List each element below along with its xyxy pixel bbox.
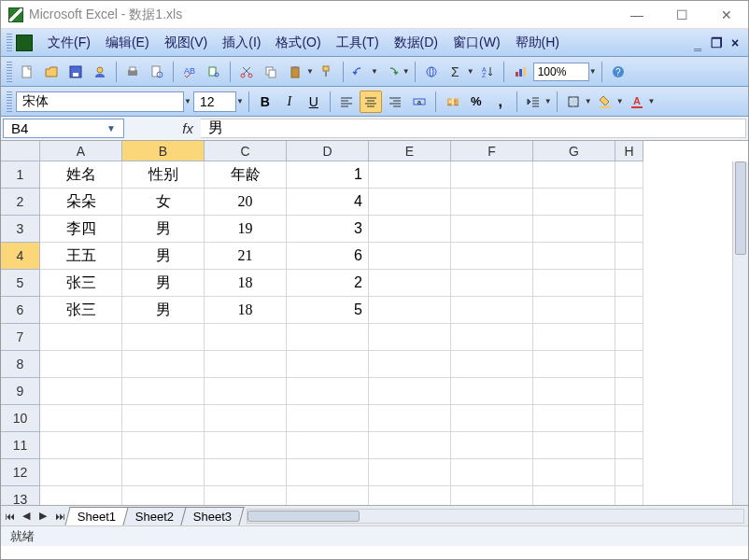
menu-grip[interactable] bbox=[7, 34, 12, 52]
cell-H6[interactable] bbox=[615, 297, 643, 324]
cell-H3[interactable] bbox=[615, 216, 643, 243]
cell-D13[interactable] bbox=[287, 486, 369, 505]
cell-H12[interactable] bbox=[615, 459, 643, 486]
save-button[interactable] bbox=[64, 61, 87, 83]
cell-A6[interactable]: 张三 bbox=[40, 297, 122, 324]
row-header-7[interactable]: 7 bbox=[1, 324, 40, 351]
col-header-H[interactable]: H bbox=[615, 141, 643, 161]
cell-C5[interactable]: 18 bbox=[205, 270, 287, 297]
align-left-button[interactable] bbox=[335, 91, 358, 113]
cell-A5[interactable]: 张三 bbox=[40, 270, 122, 297]
cell-D4[interactable]: 6 bbox=[287, 243, 369, 270]
bold-button[interactable]: B bbox=[254, 91, 276, 113]
cell-B8[interactable] bbox=[122, 351, 205, 378]
decrease-indent-button[interactable] bbox=[522, 91, 544, 113]
cell-E8[interactable] bbox=[369, 351, 451, 378]
col-header-F[interactable]: F bbox=[451, 141, 533, 161]
tab-nav-next[interactable]: ▶ bbox=[35, 510, 51, 522]
cell-B3[interactable]: 男 bbox=[122, 216, 205, 243]
font-name-combo[interactable]: 宋体 bbox=[16, 91, 184, 112]
research-button[interactable] bbox=[203, 61, 225, 83]
cell-E13[interactable] bbox=[369, 486, 451, 505]
cell-F8[interactable] bbox=[451, 351, 533, 378]
cell-G1[interactable] bbox=[533, 161, 615, 189]
zoom-combo[interactable]: 100% bbox=[533, 63, 589, 81]
cell-B9[interactable] bbox=[122, 378, 205, 405]
cell-F5[interactable] bbox=[451, 270, 533, 297]
sort-asc-button[interactable]: AZ bbox=[476, 61, 499, 83]
menu-file[interactable]: 文件(F) bbox=[40, 32, 98, 54]
spreadsheet-grid[interactable]: ABCDEFGH1姓名性别年龄12朵朵女2043李四男1934王五男2165张三… bbox=[1, 141, 748, 505]
cell-B12[interactable] bbox=[122, 459, 205, 486]
align-right-button[interactable] bbox=[384, 91, 406, 113]
cell-H9[interactable] bbox=[615, 378, 643, 405]
cell-C1[interactable]: 年龄 bbox=[205, 161, 287, 189]
cell-F7[interactable] bbox=[451, 324, 533, 351]
row-header-3[interactable]: 3 bbox=[1, 216, 40, 243]
menu-tools[interactable]: 工具(T) bbox=[329, 32, 387, 54]
cell-C8[interactable] bbox=[205, 351, 287, 378]
redo-dropdown[interactable]: ▼ bbox=[403, 67, 410, 76]
fx-label[interactable]: fx bbox=[126, 117, 201, 140]
cell-A2[interactable]: 朵朵 bbox=[40, 189, 122, 216]
cell-F11[interactable] bbox=[451, 432, 533, 459]
cell-H2[interactable] bbox=[615, 189, 643, 216]
cell-A4[interactable]: 王五 bbox=[40, 243, 122, 270]
fill-color-button[interactable] bbox=[594, 91, 616, 113]
cell-G5[interactable] bbox=[533, 270, 615, 297]
paste-dropdown[interactable]: ▼ bbox=[306, 67, 314, 76]
cell-G12[interactable] bbox=[533, 459, 615, 486]
cell-B7[interactable] bbox=[122, 324, 205, 351]
cell-G6[interactable] bbox=[533, 297, 615, 324]
sheet-tab-3[interactable]: Sheet3 bbox=[181, 507, 246, 525]
col-header-B[interactable]: B bbox=[122, 141, 205, 161]
cell-A11[interactable] bbox=[40, 432, 122, 459]
cell-C6[interactable]: 18 bbox=[205, 297, 287, 324]
indent-dropdown[interactable]: ▼ bbox=[544, 97, 552, 105]
print-button[interactable] bbox=[121, 61, 144, 83]
menu-view[interactable]: 视图(V) bbox=[157, 32, 216, 54]
cell-A1[interactable]: 姓名 bbox=[40, 161, 122, 189]
cell-A7[interactable] bbox=[40, 324, 122, 351]
cell-G9[interactable] bbox=[533, 378, 615, 405]
cell-B4[interactable]: 男 bbox=[122, 243, 205, 270]
select-all-corner[interactable] bbox=[1, 141, 40, 161]
hscroll-thumb[interactable] bbox=[247, 511, 360, 522]
cell-C10[interactable] bbox=[205, 405, 287, 432]
row-header-11[interactable]: 11 bbox=[1, 432, 40, 459]
cell-G13[interactable] bbox=[533, 486, 615, 505]
cell-E9[interactable] bbox=[369, 378, 451, 405]
row-header-13[interactable]: 13 bbox=[1, 486, 40, 505]
cell-G2[interactable] bbox=[533, 189, 615, 216]
doc-restore-button[interactable]: ❐ bbox=[709, 35, 724, 50]
permission-button[interactable] bbox=[89, 61, 111, 83]
cell-A9[interactable] bbox=[40, 378, 122, 405]
cell-G4[interactable] bbox=[533, 243, 615, 270]
col-header-D[interactable]: D bbox=[287, 141, 369, 161]
cell-F13[interactable] bbox=[451, 486, 533, 505]
cell-D1[interactable]: 1 bbox=[287, 161, 369, 189]
cell-D6[interactable]: 5 bbox=[287, 297, 369, 324]
copy-button[interactable] bbox=[260, 61, 282, 83]
font-color-button[interactable]: A bbox=[626, 91, 648, 113]
cell-F3[interactable] bbox=[451, 216, 533, 243]
new-button[interactable] bbox=[16, 61, 38, 83]
cell-C13[interactable] bbox=[205, 486, 287, 505]
autosum-dropdown[interactable]: ▼ bbox=[467, 67, 474, 76]
cell-H8[interactable] bbox=[615, 351, 643, 378]
cell-F9[interactable] bbox=[451, 378, 533, 405]
cell-F1[interactable] bbox=[451, 161, 533, 189]
menu-edit[interactable]: 编辑(E) bbox=[98, 32, 157, 54]
cell-H4[interactable] bbox=[615, 243, 643, 270]
chart-button[interactable] bbox=[509, 61, 531, 83]
comma-button[interactable]: , bbox=[489, 91, 512, 113]
cell-H11[interactable] bbox=[615, 432, 643, 459]
borders-button[interactable] bbox=[562, 91, 585, 113]
tab-nav-prev[interactable]: ◀ bbox=[18, 510, 35, 522]
sheet-tab-2[interactable]: Sheet2 bbox=[123, 507, 188, 525]
undo-dropdown[interactable]: ▼ bbox=[371, 67, 378, 76]
cell-E2[interactable] bbox=[369, 189, 451, 216]
cell-E6[interactable] bbox=[369, 297, 451, 324]
cell-C9[interactable] bbox=[205, 378, 287, 405]
cell-E1[interactable] bbox=[369, 161, 451, 189]
